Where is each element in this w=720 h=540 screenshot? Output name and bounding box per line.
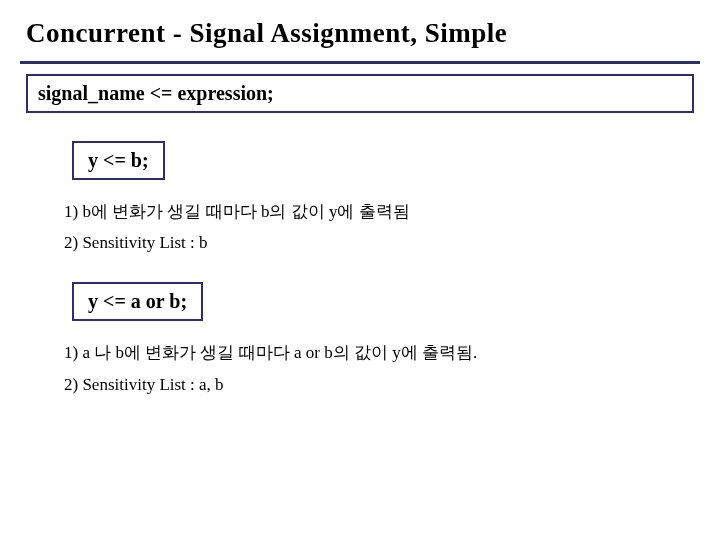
example-block-2: y <= a or b; 1) a 나 b에 변화가 생길 때마다 a or b…: [0, 282, 720, 397]
note-1-1: 1) b에 변화가 생길 때마다 b의 값이 y에 출력됨: [64, 198, 670, 225]
syntax-box: signal_name <= expression;: [26, 74, 694, 113]
code-box-1: y <= b;: [72, 141, 165, 180]
code-box-2: y <= a or b;: [72, 282, 203, 321]
note-1-2: 2) Sensitivity List : b: [64, 229, 670, 256]
syntax-text: signal_name <= expression;: [38, 82, 274, 104]
example-block-1: y <= b; 1) b에 변화가 생길 때마다 b의 값이 y에 출력됨 2)…: [0, 141, 720, 256]
note-2-1: 1) a 나 b에 변화가 생길 때마다 a or b의 값이 y에 출력됨.: [64, 339, 670, 366]
code-text-2: y <= a or b;: [88, 290, 187, 312]
slide-title: Concurrent - Signal Assignment, Simple: [0, 0, 720, 49]
code-text-1: y <= b;: [88, 149, 149, 171]
title-underline: [20, 61, 700, 64]
note-2-2: 2) Sensitivity List : a, b: [64, 371, 670, 398]
